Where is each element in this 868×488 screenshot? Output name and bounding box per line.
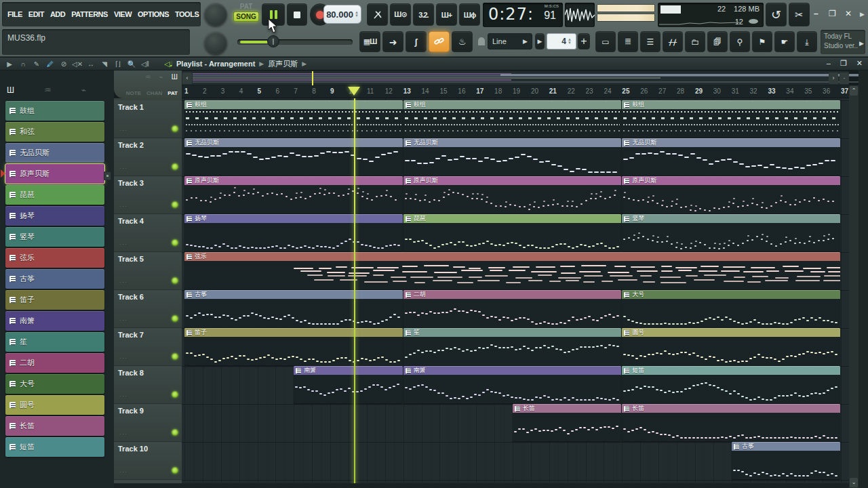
clip-长笛-23[interactable]: 长笛 — [622, 404, 840, 441]
clip-header[interactable]: 琵琶 — [403, 214, 622, 223]
time-display[interactable]: 0:27: 91 M:S:CS — [483, 3, 563, 27]
clip-弦乐-12[interactable]: 弦乐 — [184, 252, 840, 289]
master-pitch-knob[interactable] — [204, 3, 227, 26]
track-header-3[interactable]: Track 3··· — [114, 176, 182, 214]
piano-roll-panel-button[interactable]: 𝄜 — [618, 31, 638, 52]
zoom-menu-button[interactable]: ▶ — [535, 33, 545, 49]
get-plugins-button[interactable]: ⤓ — [797, 31, 817, 52]
pattern-item-7[interactable]: 竖琴 — [5, 227, 104, 247]
playlist-close-button[interactable]: ✕ — [856, 59, 863, 68]
track-header-7[interactable]: Track 7··· — [114, 328, 182, 366]
pat-tab-icon[interactable]: Ш — [172, 73, 178, 81]
clip-南箫-20[interactable]: 南箫 — [403, 366, 622, 403]
zoom-level-field[interactable]: 4 ▲▼ — [547, 33, 576, 49]
snap-selector[interactable]: Line ▶ — [488, 33, 532, 49]
wait-for-input-button[interactable]: Ш⊙ — [390, 3, 411, 26]
snap-magnet-small-icon[interactable]: ∩ — [16, 60, 30, 68]
mute-tool-icon[interactable]: ◁✕ — [71, 60, 84, 68]
browser-panel-button[interactable]: 🗀 — [685, 31, 705, 52]
pattern-loop-button[interactable]: Шϕ — [459, 3, 480, 26]
clip-header[interactable]: 大号 — [622, 290, 840, 299]
clip-无品贝斯-4[interactable]: 无品贝斯 — [403, 138, 622, 176]
undo-button[interactable]: ↺ — [766, 3, 787, 26]
track-enable-led[interactable] — [172, 391, 178, 398]
clip-大号-15[interactable]: 大号 — [622, 290, 840, 327]
track-header-9[interactable]: Track 9··· — [114, 404, 182, 442]
mode-tab-note[interactable]: NOTE — [126, 90, 141, 96]
clip-原声贝斯-8[interactable]: 原声贝斯 — [622, 176, 840, 214]
overview-scroll-left[interactable]: ‹ — [182, 73, 192, 84]
clip-琵琶-10[interactable]: 琵琶 — [403, 214, 622, 251]
menu-item-patterns[interactable]: PATTERNS — [71, 10, 108, 18]
clip-header[interactable]: 古筝 — [184, 290, 403, 299]
pattern-item-1[interactable]: 鼓组 — [5, 101, 104, 121]
picker-tab-automation-icon[interactable]: ⌁ — [81, 85, 86, 95]
metronome-button[interactable] — [367, 3, 388, 26]
track-header-1[interactable]: Track 1··· — [114, 100, 182, 138]
pattern-item-11[interactable]: 南箫 — [5, 311, 104, 331]
typing-keyboard-button[interactable]: ♨ — [452, 31, 473, 52]
menu-item-tools[interactable]: TOOLS — [175, 10, 199, 18]
clip-笛子-16[interactable]: 笛子 — [184, 328, 403, 365]
clip-长笛-22[interactable]: 长笛 — [513, 404, 621, 441]
pattern-item-15[interactable]: 圆号 — [5, 395, 104, 415]
zoom-tool-icon[interactable]: 🔍 — [125, 60, 138, 68]
mode-tab-chan[interactable]: CHAN — [146, 90, 162, 96]
snap-magnet-icon[interactable] — [477, 37, 486, 46]
mode-tab-pat[interactable]: PAT — [167, 90, 178, 96]
clip-竖琴-11[interactable]: 竖琴 — [622, 214, 840, 251]
stop-button[interactable] — [287, 3, 307, 26]
cut-tool-button[interactable]: ✂ — [789, 3, 810, 26]
breadcrumb-pattern-name[interactable]: 原声贝斯 — [268, 59, 298, 69]
clip-header[interactable]: 扬琴 — [184, 214, 403, 223]
track-enable-led[interactable] — [172, 315, 178, 322]
clip-短笛-21[interactable]: 短笛 — [622, 366, 840, 403]
note-tab-icon[interactable]: ♒ — [145, 73, 151, 81]
menu-item-edit[interactable]: EDIT — [28, 10, 44, 18]
countdown-button[interactable]: 3.2. — [413, 3, 434, 26]
chan-tab-icon[interactable]: ⌁ — [159, 73, 163, 81]
menu-item-file[interactable]: FILE — [7, 10, 22, 18]
clip-header[interactable]: 二胡 — [403, 290, 622, 299]
track-enable-led[interactable] — [172, 201, 178, 208]
playlist-restore-button[interactable]: ❐ — [840, 59, 847, 68]
playlist-panel-button[interactable]: ▭ — [595, 31, 616, 52]
pattern-item-9[interactable]: 古筝 — [5, 269, 104, 289]
clip-笙-17[interactable]: 笙 — [403, 328, 622, 365]
clip-header[interactable]: 南箫 — [294, 366, 402, 375]
clip-鼓组-2[interactable]: 鼓组 — [622, 100, 840, 138]
oscilloscope[interactable] — [565, 3, 595, 27]
toolbar-overflow-arrow[interactable]: ▶ — [860, 11, 865, 18]
clip-header[interactable]: 古筝 — [732, 442, 840, 451]
playlist-menu-arrow-icon[interactable]: ▶ — [3, 60, 16, 68]
clip-原声贝斯-6[interactable]: 原声贝斯 — [184, 176, 403, 214]
track-header-4[interactable]: Track 4··· — [114, 214, 182, 252]
track-enable-led[interactable] — [172, 125, 178, 132]
clip-鼓组-1[interactable]: 鼓组 — [403, 100, 622, 138]
picker-scroll-button[interactable] — [104, 171, 111, 180]
touch-controller-button[interactable]: ⚑ — [752, 31, 772, 52]
menu-item-add[interactable]: ADD — [50, 10, 65, 18]
track-enable-led[interactable] — [172, 353, 178, 360]
clip-header[interactable]: 鼓组 — [403, 100, 622, 109]
master-volume-knob[interactable] — [204, 31, 227, 54]
picker-tab-patterns-icon[interactable]: Ш — [7, 85, 14, 95]
clip-header[interactable]: 竖琴 — [622, 214, 840, 223]
slide-note-button[interactable]: ʃ — [406, 31, 427, 52]
vertical-scrollbar[interactable]: ⌃ ⌄ — [849, 85, 859, 488]
pattern-item-4[interactable]: 原声贝斯 — [5, 164, 104, 184]
pattern-item-5[interactable]: 琵琶 — [5, 185, 104, 205]
track-enable-led[interactable] — [172, 467, 178, 474]
clip-扬琴-9[interactable]: 扬琴 — [184, 214, 403, 251]
clip-古筝-24[interactable]: 古筝 — [732, 442, 840, 479]
pattern-item-10[interactable]: 笛子 — [5, 290, 104, 310]
track-enable-led[interactable] — [172, 429, 178, 436]
slice-tool-icon[interactable]: ◥ — [98, 60, 111, 68]
overview-scroll-right[interactable]: › — [829, 73, 838, 84]
playlist-timeline[interactable]: 1234567891011121314151617181920212223242… — [182, 85, 849, 98]
pattern-item-13[interactable]: 二胡 — [5, 353, 104, 373]
scroll-down-button[interactable]: ⌄ — [850, 478, 858, 487]
pattern-item-6[interactable]: 扬琴 — [5, 206, 104, 226]
overview-options-button[interactable]: · — [840, 73, 849, 84]
track-header-2[interactable]: Track 2··· — [114, 138, 182, 176]
